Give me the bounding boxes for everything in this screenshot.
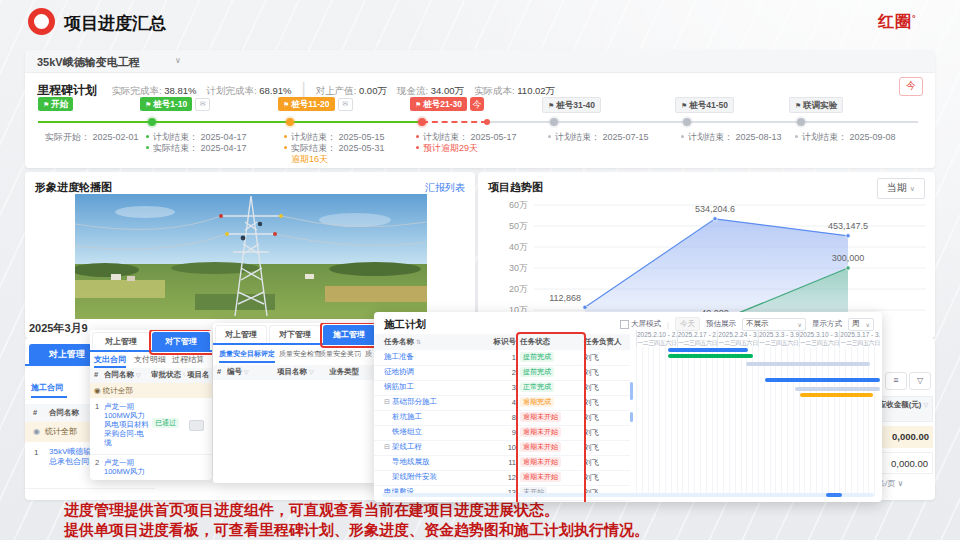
tab-对下管理[interactable]: 对下管理 <box>269 325 321 343</box>
divider: | <box>667 320 669 329</box>
project-thumbnail-icon <box>189 420 204 431</box>
subtab-支付明细[interactable]: 支付明细 <box>134 354 166 365</box>
filter-icon[interactable]: ▽ <box>244 369 249 375</box>
timeline-segment <box>38 121 422 123</box>
subtab-质量安全检查[interactable]: 质量安全检查 <box>279 349 321 359</box>
task-row[interactable]: 铁塔组立9逾期未开始刘飞 <box>374 425 630 441</box>
project-selector[interactable]: 35kV峨德输变电工程 ∨ <box>25 50 935 73</box>
subtab-construction-contract[interactable]: 施工合同 <box>31 382 63 393</box>
timeline-node-dot[interactable] <box>797 118 805 126</box>
timeline-node-dot[interactable] <box>550 118 558 126</box>
filter-icon[interactable]: ▽ <box>136 372 141 378</box>
gantt-bar[interactable] <box>746 362 870 366</box>
checkbox-icon[interactable] <box>620 320 629 329</box>
vertical-scrollbar-thumb[interactable] <box>630 382 633 400</box>
task-name: 铁塔组立 <box>392 427 422 437</box>
task-owner: 刘飞 <box>584 383 599 393</box>
today-jump-button[interactable]: 今天 <box>675 317 700 331</box>
task-name-link[interactable]: 钢筋加工 <box>384 382 484 392</box>
task-row[interactable]: ⊟基础部分施工4逾期完成刘飞 <box>374 395 630 411</box>
milestone-flag[interactable]: ⚑联调实验 <box>789 97 843 113</box>
filter-icon[interactable]: ▽ <box>309 369 314 375</box>
svg-text:300,000: 300,000 <box>832 253 865 263</box>
gantt-week-label: 2025.2.17 - 2.23 <box>678 330 718 339</box>
horizontal-scrollbar-track[interactable] <box>382 493 874 497</box>
milestone-flag[interactable]: ⚑桩号1-10 <box>140 97 192 111</box>
task-owner: 刘飞 <box>584 353 599 363</box>
detail-bullet <box>146 135 149 138</box>
milestone-details: 计划结束： 2025-04-17实际结束： 2025-04-17 <box>146 132 247 154</box>
svg-text:40万: 40万 <box>509 242 528 252</box>
fullscreen-toggle[interactable]: 大屏模式 <box>620 319 661 329</box>
subtab-质量安全目标评定[interactable]: 质量安全目标评定 <box>219 349 275 359</box>
task-row[interactable]: 施工准备1提前完成刘飞 <box>374 350 630 366</box>
subtab-质[interactable]: 质 <box>365 349 372 359</box>
report-list-link[interactable]: 汇报列表 <box>425 181 465 195</box>
filter-icon[interactable]: ▽ <box>909 372 931 390</box>
tab-对上管理[interactable]: 对上管理 <box>92 332 150 350</box>
task-name-link[interactable]: ⊟架线工程 <box>384 442 484 452</box>
gantt-chart: 2025.2.10 - 2.16一二三四五六日2025.2.17 - 2.23一… <box>636 330 880 496</box>
timeline-node-dot[interactable] <box>683 118 691 126</box>
subtab-支出合同[interactable]: 支出合同 <box>94 354 126 365</box>
task-row[interactable]: 征地协调2提前完成刘飞 <box>374 365 630 381</box>
display-mode-select[interactable]: 周∨ <box>848 318 874 331</box>
table-row[interactable]: 2卢龙一期100MW风力 <box>90 454 212 480</box>
subtab-过程结算[interactable]: 过程结算 <box>172 354 204 365</box>
expand-icon[interactable]: ⊟ <box>384 443 390 451</box>
task-name-link[interactable]: 征地协调 <box>384 367 484 377</box>
subtab-质量安全奖罚[interactable]: 质量安全奖罚 <box>319 349 361 359</box>
tab-underline <box>213 343 377 345</box>
task-row[interactable]: ⊟架线工程10逾期未开始刘飞 <box>374 440 630 456</box>
timeline-node-dot[interactable] <box>148 118 156 126</box>
status-badge: 已通过 <box>152 418 179 428</box>
tab-对上管理[interactable]: 对上管理 <box>215 325 267 343</box>
task-name-link[interactable]: 铁塔组立 <box>392 427 484 437</box>
task-name: 施工准备 <box>384 352 414 362</box>
task-name-link[interactable]: 架线附件安装 <box>392 472 484 482</box>
svg-text:30万: 30万 <box>509 263 528 273</box>
task-name-link[interactable]: ⊟基础部分施工 <box>384 397 484 407</box>
sort-icon[interactable]: ⇅ <box>416 339 421 345</box>
filter-icon[interactable]: ▽ <box>183 372 185 378</box>
milestone-flag[interactable]: ⚑桩号41-50 <box>675 97 734 113</box>
contract-name-link[interactable]: 卢龙一期100MW风力 <box>104 458 149 476</box>
milestone-flag[interactable]: ⚑开始 <box>38 97 73 111</box>
gantt-bar[interactable] <box>800 393 873 397</box>
gantt-bar[interactable] <box>668 348 749 352</box>
expand-icon[interactable]: ⊟ <box>384 398 390 406</box>
task-row[interactable]: 架线附件安装12逾期未开始刘飞 <box>374 470 630 486</box>
forecast-select[interactable]: 不展示∨ <box>742 318 806 331</box>
tab-施工管理[interactable]: 施工管理 <box>323 325 375 343</box>
task-name-link[interactable]: 导地线展放 <box>392 457 484 467</box>
milestone-flag[interactable]: ⚑桩号11-20 <box>278 97 335 111</box>
task-name-link[interactable]: 桩坑施工 <box>392 412 484 422</box>
task-row[interactable]: 桩坑施工8逾期未开始刘飞 <box>374 410 630 426</box>
task-row[interactable]: 钢筋加工3正常完成刘飞 <box>374 380 630 396</box>
gantt-bar[interactable] <box>765 378 880 382</box>
column-settings-icon[interactable]: ≡ <box>885 372 907 390</box>
gantt-bar[interactable] <box>668 354 753 358</box>
table-row[interactable]: 1卢龙一期100MW风力风电项目材料采购合同-电缆已通过 <box>90 398 212 455</box>
contract-name-link[interactable]: 卢龙一期100MW风力风电项目材料采购合同-电缆 <box>104 402 149 447</box>
tab-对下管理[interactable]: 对下管理 <box>152 332 210 350</box>
gantt-day-labels: 一二三四五六日 <box>678 339 718 347</box>
horizontal-scrollbar-thumb[interactable] <box>826 493 842 497</box>
gantt-week-label: 2025.2.24 - 3.2 <box>718 330 758 339</box>
task-row[interactable]: 导地线展放11逾期未开始刘飞 <box>374 455 630 471</box>
task-owner: 刘飞 <box>584 368 599 378</box>
gantt-week-cell: 2025.3.17 - 3.23一二三四五六日 <box>839 330 880 347</box>
timeline-node-dot[interactable] <box>286 118 294 126</box>
brand-mark: ° <box>912 13 917 23</box>
mail-icon[interactable]: ✉ <box>195 98 210 111</box>
timeline-node-dot[interactable] <box>418 118 426 126</box>
vertical-scrollbar-thumb[interactable] <box>630 412 633 422</box>
gantt-bar[interactable] <box>795 387 880 391</box>
svg-text:534,204.6: 534,204.6 <box>695 204 735 214</box>
milestone-flag[interactable]: ⚑桩号31-40 <box>542 97 601 113</box>
task-name: 导地线展放 <box>392 457 430 467</box>
task-name-link[interactable]: 施工准备 <box>384 352 484 362</box>
mail-icon[interactable]: ✉ <box>338 98 353 111</box>
timeline-segment <box>422 121 487 123</box>
milestone-flag[interactable]: ⚑桩号21-30 <box>410 97 467 111</box>
